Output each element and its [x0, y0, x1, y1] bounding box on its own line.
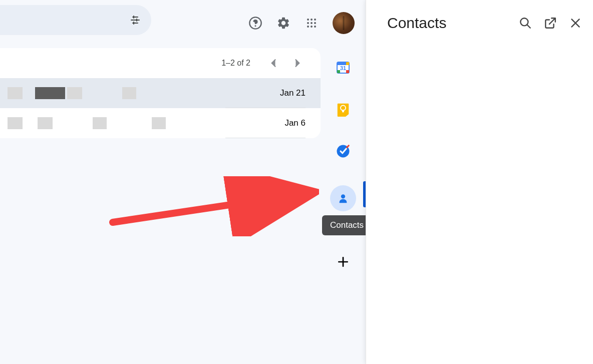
svg-rect-15	[346, 62, 349, 65]
search-bar[interactable]	[0, 5, 151, 35]
contacts-side-panel: Contacts	[366, 0, 593, 364]
calendar-icon[interactable]: 31	[335, 59, 351, 75]
prev-page-button[interactable]	[265, 55, 280, 72]
settings-icon[interactable]	[276, 16, 290, 30]
svg-point-4	[314, 19, 316, 21]
svg-point-2	[307, 19, 309, 21]
svg-point-6	[311, 22, 313, 24]
side-rail: 31	[321, 48, 366, 364]
svg-point-9	[311, 26, 313, 28]
search-options-icon[interactable]	[129, 14, 141, 26]
close-icon[interactable]	[569, 17, 582, 30]
svg-point-10	[314, 26, 316, 28]
svg-text:31: 31	[340, 65, 346, 71]
message-list-panel: 1–2 of 2 Jan 21 Jan 6	[0, 48, 321, 138]
search-icon[interactable]	[519, 17, 532, 30]
keep-icon[interactable]	[335, 101, 351, 117]
svg-rect-18	[342, 110, 344, 112]
support-icon[interactable]	[248, 16, 262, 30]
list-row[interactable]: Jan 6	[0, 108, 321, 138]
contacts-icon[interactable]	[330, 185, 356, 211]
contacts-tooltip: Contacts	[322, 215, 372, 235]
row-date: Jan 6	[284, 118, 306, 128]
svg-point-1	[254, 25, 256, 27]
panel-title: Contacts	[387, 15, 519, 32]
svg-point-8	[307, 26, 309, 28]
row-date: Jan 21	[280, 88, 306, 98]
list-row[interactable]: Jan 21	[0, 78, 321, 108]
svg-point-20	[341, 194, 345, 198]
pagination-text: 1–2 of 2	[221, 59, 250, 68]
add-icon[interactable]	[335, 254, 351, 270]
apps-grid-icon[interactable]	[305, 16, 319, 30]
svg-point-7	[314, 22, 316, 24]
tasks-icon[interactable]	[335, 143, 351, 159]
svg-point-5	[307, 22, 309, 24]
open-external-icon[interactable]	[544, 17, 557, 30]
next-page-button[interactable]	[290, 55, 306, 72]
account-avatar[interactable]	[333, 12, 355, 34]
svg-line-23	[527, 25, 530, 28]
svg-point-3	[311, 19, 313, 21]
svg-rect-13	[346, 70, 349, 73]
